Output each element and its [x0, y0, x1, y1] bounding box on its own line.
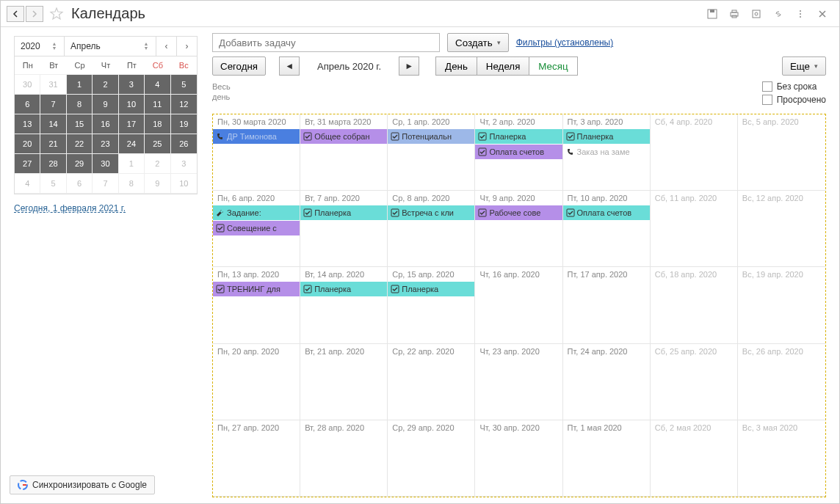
calendar-cell[interactable]: Вт, 7 апр. 2020Планерка — [300, 191, 388, 267]
mini-day[interactable]: 9 — [145, 174, 170, 194]
mini-day[interactable]: 24 — [119, 134, 145, 154]
mini-day[interactable]: 1 — [119, 154, 145, 174]
mini-day[interactable]: 5 — [171, 75, 197, 95]
calendar-cell[interactable]: Чт, 30 апр. 2020 — [475, 420, 562, 497]
calendar-cell[interactable]: Пт, 1 мая 2020 — [563, 420, 651, 497]
today-link[interactable]: Сегодня, 1 февраля 2021 г. — [14, 203, 198, 213]
year-selector[interactable]: 2020 ▲▼ — [15, 37, 65, 56]
mini-day[interactable]: 15 — [67, 114, 93, 134]
event[interactable]: Оплата счетов — [475, 145, 562, 159]
calendar-cell[interactable]: Ср, 29 апр. 2020 — [388, 420, 475, 497]
add-task-input[interactable] — [212, 33, 440, 52]
mini-day[interactable]: 2 — [145, 154, 170, 174]
calendar-cell[interactable]: Чт, 23 апр. 2020 — [475, 344, 562, 420]
print-icon[interactable] — [728, 7, 741, 21]
view-week-button[interactable]: Неделя — [477, 56, 530, 76]
mini-day[interactable]: 6 — [15, 95, 40, 114]
calendar-cell[interactable]: Ср, 15 апр. 2020Планерка — [388, 267, 475, 343]
star-icon[interactable] — [49, 7, 64, 21]
calendar-cell[interactable]: Пн, 13 апр. 2020ТРЕНИНГ для — [213, 267, 300, 343]
calendar-cell[interactable]: Ср, 8 апр. 2020Встреча с кли — [388, 191, 475, 267]
mini-day[interactable]: 7 — [40, 95, 66, 114]
mini-day[interactable]: 6 — [67, 174, 93, 194]
calendar-cell[interactable]: Пт, 10 апр. 2020Оплата счетов — [563, 191, 651, 267]
event[interactable]: Рабочее сове — [475, 205, 562, 220]
calendar-cell[interactable]: Пн, 27 апр. 2020 — [213, 420, 300, 497]
mini-day[interactable]: 16 — [93, 114, 118, 134]
mini-day[interactable]: 7 — [93, 174, 118, 194]
calendar-cell[interactable]: Сб, 25 апр. 2020 — [651, 344, 738, 420]
event[interactable]: Оплата счетов — [563, 205, 650, 220]
mini-day[interactable]: 29 — [67, 154, 93, 174]
save-icon[interactable] — [706, 7, 719, 21]
calendar-cell[interactable]: Сб, 18 апр. 2020 — [651, 267, 738, 343]
mini-day[interactable]: 3 — [119, 75, 145, 95]
month-down-icon[interactable]: ▼ — [142, 46, 150, 51]
calendar-cell[interactable]: Пн, 6 апр. 2020Задание:Совещение с — [213, 191, 300, 267]
today-button[interactable]: Сегодня — [212, 56, 266, 76]
calendar-cell[interactable]: Вт, 21 апр. 2020 — [300, 344, 388, 420]
more-button[interactable]: Еще — [782, 56, 826, 76]
calendar-cell[interactable]: Пт, 3 апр. 2020ПланеркаЗаказ на заме — [563, 114, 651, 191]
calendar-cell[interactable]: Вс, 12 апр. 2020 — [738, 191, 825, 267]
preview-icon[interactable] — [750, 7, 763, 21]
event[interactable]: Планерка — [300, 205, 387, 220]
mini-day[interactable]: 22 — [67, 134, 93, 154]
calendar-cell[interactable]: Пн, 30 марта 2020ДР Тимонова — [213, 114, 300, 191]
filters-link[interactable]: Фильтры (установлены) — [516, 37, 614, 48]
calendar-cell[interactable]: Чт, 16 апр. 2020 — [475, 267, 562, 343]
calendar-cell[interactable]: Вс, 19 апр. 2020 — [738, 267, 825, 343]
month-selector[interactable]: Апрель ▲▼ — [65, 37, 156, 56]
mini-day[interactable]: 26 — [171, 134, 197, 154]
view-month-button[interactable]: Месяц — [529, 56, 577, 76]
calendar-cell[interactable]: Вс, 3 мая 2020 — [738, 420, 825, 497]
event[interactable]: Задание: — [213, 205, 300, 220]
calendar-cell[interactable]: Чт, 2 апр. 2020ПланеркаОплата счетов — [475, 114, 562, 191]
calendar-cell[interactable]: Пт, 17 апр. 2020 — [563, 267, 651, 343]
mini-day[interactable]: 9 — [93, 95, 118, 114]
mini-day[interactable]: 18 — [145, 114, 170, 134]
next-month-button[interactable]: › — [176, 37, 197, 56]
calendar-cell[interactable]: Ср, 22 апр. 2020 — [388, 344, 475, 420]
event[interactable]: Планерка — [300, 282, 387, 296]
calendar-cell[interactable]: Вс, 26 апр. 2020 — [738, 344, 825, 420]
mini-day[interactable]: 4 — [145, 75, 170, 95]
mini-day[interactable]: 13 — [15, 114, 40, 134]
calendar-cell[interactable]: Чт, 9 апр. 2020Рабочее сове — [475, 191, 562, 267]
mini-day[interactable]: 19 — [171, 114, 197, 134]
more-icon[interactable] — [794, 7, 807, 21]
calendar-cell[interactable]: Пн, 20 апр. 2020 — [213, 344, 300, 420]
calendar-cell[interactable]: Пт, 24 апр. 2020 — [563, 344, 651, 420]
event[interactable]: Общее собран — [300, 129, 387, 144]
prev-month-button[interactable]: ‹ — [156, 37, 176, 56]
prev-period-button[interactable]: ◄ — [279, 56, 300, 76]
event[interactable]: Встреча с кли — [388, 205, 474, 220]
mini-day[interactable]: 1 — [67, 75, 93, 95]
calendar-cell[interactable]: Вс, 5 апр. 2020 — [738, 114, 825, 191]
back-button[interactable] — [7, 6, 24, 22]
mini-day[interactable]: 5 — [40, 174, 66, 194]
event[interactable]: Совещение с — [213, 221, 300, 235]
calendar-cell[interactable]: Ср, 1 апр. 2020Потенциальн — [388, 114, 475, 191]
mini-day[interactable]: 2 — [93, 75, 118, 95]
mini-day[interactable]: 8 — [119, 174, 145, 194]
mini-day[interactable]: 21 — [40, 134, 66, 154]
calendar-cell[interactable]: Сб, 2 мая 2020 — [651, 420, 738, 497]
event[interactable]: Заказ на заме — [563, 145, 650, 159]
mini-day[interactable]: 14 — [40, 114, 66, 134]
mini-day[interactable]: 10 — [171, 174, 197, 194]
calendar-cell[interactable]: Вт, 28 апр. 2020 — [300, 420, 388, 497]
view-day-button[interactable]: День — [435, 56, 477, 76]
create-button[interactable]: Создать — [447, 33, 509, 52]
link-icon[interactable] — [772, 7, 785, 21]
year-down-icon[interactable]: ▼ — [51, 46, 58, 51]
event[interactable]: ТРЕНИНГ для — [213, 282, 300, 296]
calendar-cell[interactable]: Сб, 11 апр. 2020 — [651, 191, 738, 267]
event[interactable]: Планерка — [388, 282, 474, 296]
calendar-cell[interactable]: Вт, 14 апр. 2020Планерка — [300, 267, 388, 343]
event[interactable]: Планерка — [475, 129, 562, 144]
close-icon[interactable] — [816, 7, 829, 21]
mini-day[interactable]: 23 — [93, 134, 118, 154]
event[interactable]: Потенциальн — [388, 129, 474, 144]
mini-day[interactable]: 11 — [145, 95, 170, 114]
